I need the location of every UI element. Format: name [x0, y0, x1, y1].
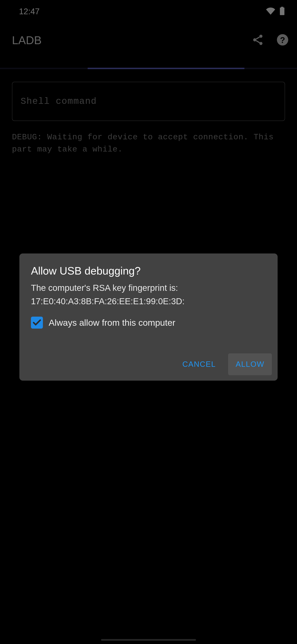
allow-button[interactable]: ALLOW — [228, 353, 272, 375]
always-allow-row[interactable]: Always allow from this computer — [19, 308, 278, 328]
check-icon — [32, 318, 42, 328]
dialog-message-line1: The computer's RSA key fingerprint is: — [31, 281, 266, 294]
dialog-body: The computer's RSA key fingerprint is: 1… — [19, 277, 278, 308]
dialog-message-line2: 17:E0:40:A3:8B:FA:26:EE:E1:99:0E:3D: — [31, 294, 266, 308]
usb-debugging-dialog: Allow USB debugging? The computer's RSA … — [19, 254, 278, 380]
dialog-title: Allow USB debugging? — [19, 264, 278, 277]
always-allow-checkbox[interactable] — [31, 317, 43, 328]
dialog-actions: CANCEL ALLOW — [19, 328, 278, 375]
always-allow-label: Always allow from this computer — [49, 318, 175, 328]
cancel-button[interactable]: CANCEL — [175, 353, 223, 375]
